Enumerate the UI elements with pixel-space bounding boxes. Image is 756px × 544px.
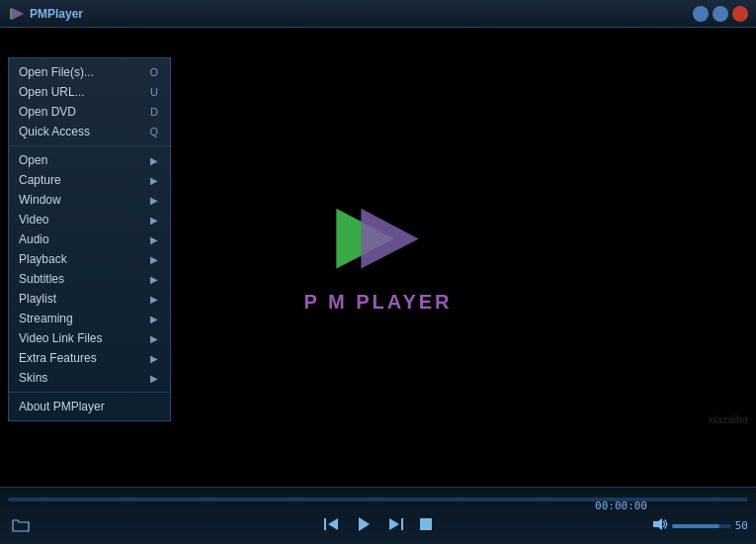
menu-item-open-dvd[interactable]: Open DVD D: [9, 102, 170, 122]
submenu-arrow-skins: ▶: [150, 373, 158, 384]
menu-item-playback[interactable]: Playback ▶: [9, 249, 170, 269]
volume-fill: [672, 524, 719, 528]
svg-marker-7: [389, 518, 399, 530]
menu-item-extra-features[interactable]: Extra Features ▶: [9, 348, 170, 368]
context-menu: Open File(s)... O Open URL... U Open DVD…: [8, 57, 171, 421]
menu-item-playlist-label: Playlist: [19, 292, 56, 306]
svg-marker-1: [12, 8, 24, 20]
menu-item-extra-features-label: Extra Features: [19, 351, 97, 365]
folder-icon: [12, 518, 30, 532]
menu-item-video-link-files[interactable]: Video Link Files ▶: [9, 328, 170, 348]
player-logo: P M PLAYER: [303, 202, 452, 314]
volume-slider[interactable]: [672, 524, 731, 528]
menu-item-video-link-files-label: Video Link Files: [19, 331, 103, 345]
player-name: P M PLAYER: [303, 291, 452, 314]
next-icon: [387, 517, 403, 531]
play-icon: [356, 516, 372, 532]
app-icon: [8, 6, 24, 22]
submenu-arrow-playback: ▶: [150, 254, 158, 265]
controls-row: 00:00:00: [8, 514, 748, 534]
menu-item-window-label: Window: [19, 193, 61, 207]
menu-item-open-files-shortcut: O: [149, 66, 158, 78]
submenu-arrow-video: ▶: [150, 215, 158, 226]
submenu-arrow-open: ▶: [150, 155, 158, 166]
menu-item-audio[interactable]: Audio ▶: [9, 229, 170, 249]
volume-icon: [652, 517, 668, 531]
menu-item-capture[interactable]: Capture ▶: [9, 170, 170, 190]
submenu-arrow-playlist: ▶: [150, 294, 158, 305]
menu-item-video[interactable]: Video ▶: [9, 210, 170, 229]
menu-section-about: About PMPlayer: [9, 393, 170, 420]
maximize-button[interactable]: [713, 6, 728, 22]
svg-rect-8: [401, 518, 403, 530]
stop-icon: [419, 517, 433, 531]
playback-controls: [8, 514, 748, 534]
volume-button[interactable]: [652, 517, 668, 534]
menu-item-subtitles-label: Subtitles: [19, 272, 64, 286]
submenu-arrow-streaming: ▶: [150, 314, 158, 324]
menu-item-open-url[interactable]: Open URL... U: [9, 82, 170, 102]
main-area: P M PLAYER Open File(s)... O Open URL...…: [0, 28, 756, 544]
menu-item-about-label: About PMPlayer: [19, 400, 105, 413]
menu-item-streaming[interactable]: Streaming ▶: [9, 309, 170, 328]
minimize-button[interactable]: [693, 6, 709, 22]
menu-item-skins[interactable]: Skins ▶: [9, 368, 170, 388]
menu-section-open-files: Open File(s)... O Open URL... U Open DVD…: [9, 58, 170, 146]
menu-item-about[interactable]: About PMPlayer: [9, 397, 170, 416]
submenu-arrow-window: ▶: [150, 195, 158, 206]
menu-item-subtitles[interactable]: Subtitles ▶: [9, 269, 170, 289]
submenu-arrow-capture: ▶: [150, 175, 158, 186]
next-button[interactable]: [383, 515, 407, 533]
menu-item-quick-access-label: Quick Access: [19, 125, 90, 138]
menu-item-video-label: Video: [19, 213, 48, 227]
menu-item-streaming-label: Streaming: [19, 312, 73, 325]
play-button[interactable]: [352, 514, 376, 534]
menu-item-open-files[interactable]: Open File(s)... O: [9, 62, 170, 82]
menu-item-open-url-label: Open URL...: [19, 85, 85, 99]
svg-marker-3: [362, 208, 419, 268]
menu-item-capture-label: Capture: [19, 173, 61, 187]
menu-item-quick-access[interactable]: Quick Access Q: [9, 122, 170, 141]
menu-item-open-label: Open: [19, 153, 47, 167]
menu-section-submenus: Open ▶ Capture ▶ Window ▶ Video ▶ Audio: [9, 146, 170, 393]
svg-rect-9: [420, 518, 432, 530]
menu-item-quick-access-shortcut: Q: [149, 126, 158, 137]
menu-item-open-dvd-label: Open DVD: [19, 105, 76, 119]
volume-area: 50: [652, 517, 748, 534]
logo-play-icon: [328, 202, 427, 281]
volume-number: 50: [735, 519, 748, 532]
prev-icon: [324, 517, 340, 531]
submenu-arrow-video-link-files: ▶: [150, 333, 158, 344]
close-button[interactable]: [732, 6, 748, 22]
stop-button[interactable]: [415, 515, 437, 533]
open-folder-button[interactable]: [8, 516, 34, 534]
menu-item-window[interactable]: Window ▶: [9, 190, 170, 210]
menu-item-open[interactable]: Open ▶: [9, 150, 170, 170]
svg-marker-5: [328, 518, 338, 530]
svg-rect-4: [324, 518, 326, 530]
title-bar: PMPlayer: [0, 0, 756, 28]
watermark: xiazaiba: [709, 413, 748, 425]
svg-marker-10: [653, 518, 662, 530]
submenu-arrow-subtitles: ▶: [150, 274, 158, 285]
time-display: 00:00:00: [595, 499, 647, 512]
menu-item-open-url-shortcut: U: [150, 86, 158, 98]
app-title: PMPlayer: [30, 7, 83, 21]
menu-item-skins-label: Skins: [19, 371, 47, 385]
menu-item-audio-label: Audio: [19, 232, 49, 246]
title-bar-left: PMPlayer: [8, 6, 83, 22]
video-area: P M PLAYER Open File(s)... O Open URL...…: [0, 28, 756, 487]
svg-marker-6: [359, 517, 370, 531]
submenu-arrow-extra-features: ▶: [150, 353, 158, 364]
submenu-arrow-audio: ▶: [150, 234, 158, 245]
watermark-text: xiazaiba: [709, 413, 748, 425]
menu-item-playlist[interactable]: Playlist ▶: [9, 289, 170, 309]
left-controls: [8, 516, 34, 534]
menu-item-playback-label: Playback: [19, 252, 67, 266]
prev-button[interactable]: [320, 515, 344, 533]
menu-item-open-dvd-shortcut: D: [150, 106, 158, 118]
controls-bar: 00:00:00: [0, 487, 756, 544]
titlebar-buttons: [693, 6, 748, 22]
menu-item-open-files-label: Open File(s)...: [19, 65, 94, 79]
